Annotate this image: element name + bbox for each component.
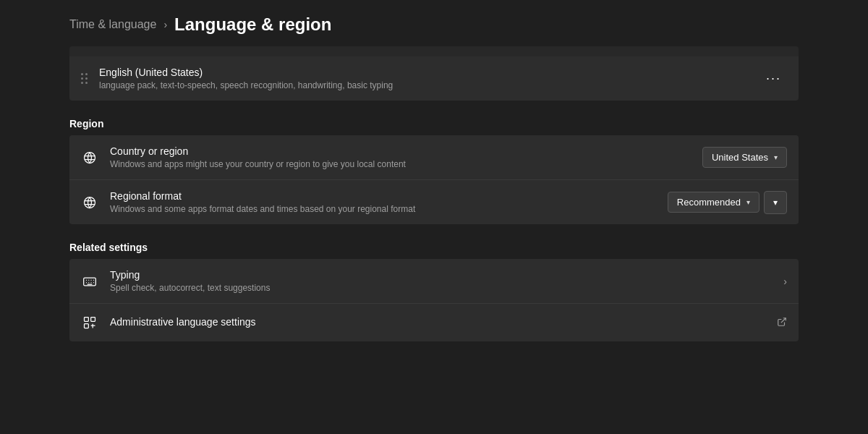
typing-subtitle: Spell check, autocorrect, text suggestio…: [110, 283, 772, 293]
drag-dot: [81, 82, 83, 84]
external-link-icon: [777, 317, 787, 329]
regional-format-desc: Windows and some apps format dates and t…: [110, 204, 656, 214]
regional-format-info: Regional format Windows and some apps fo…: [110, 190, 656, 214]
chevron-down-icon: ▾: [746, 198, 750, 206]
admin-language-title: Administrative language settings: [110, 316, 765, 328]
country-region-row: Country or region Windows and apps might…: [69, 135, 799, 180]
admin-language-info: Administrative language settings: [110, 316, 765, 330]
language-more-button[interactable]: ···: [760, 68, 787, 89]
regional-format-value: Recommended: [677, 197, 741, 208]
keyboard-icon: [81, 273, 98, 290]
country-region-dropdown[interactable]: United States ▾: [702, 147, 787, 168]
chevron-down-icon: ▾: [773, 197, 778, 208]
svg-point-1: [85, 197, 95, 208]
country-region-info: Country or region Windows and apps might…: [110, 145, 691, 169]
breadcrumb-arrow: ›: [163, 19, 167, 30]
svg-line-6: [781, 318, 786, 322]
country-region-value: United States: [712, 152, 768, 163]
svg-rect-4: [91, 318, 95, 322]
typing-info: Typing Spell check, autocorrect, text su…: [110, 269, 772, 293]
regional-format-row: Regional format Windows and some apps fo…: [69, 180, 799, 224]
chevron-down-icon: ▾: [774, 153, 778, 161]
regional-format-icon: [81, 194, 98, 211]
country-region-desc: Windows and apps might use your country …: [110, 159, 691, 169]
region-section-label: Region: [69, 118, 799, 129]
related-settings-section-label: Related settings: [69, 242, 799, 253]
drag-dot: [85, 77, 88, 80]
breadcrumb-parent[interactable]: Time & language: [69, 18, 156, 31]
language-name: English (United States): [99, 67, 749, 78]
typing-row[interactable]: Typing Spell check, autocorrect, text su…: [69, 259, 799, 304]
globe-icon: [81, 149, 98, 166]
svg-rect-5: [85, 324, 89, 328]
admin-language-icon: [81, 314, 98, 331]
page-title: Language & region: [174, 14, 331, 35]
language-row-partial: [69, 46, 799, 56]
chevron-right-icon: ›: [783, 276, 787, 287]
admin-language-row[interactable]: Administrative language settings: [69, 304, 799, 341]
drag-dot: [81, 73, 83, 75]
language-item-english: English (United States) language pack, t…: [69, 56, 799, 101]
related-settings-group: Typing Spell check, autocorrect, text su…: [69, 259, 799, 341]
drag-dot: [85, 73, 88, 75]
svg-rect-3: [85, 318, 89, 322]
regional-format-title: Regional format: [110, 190, 656, 202]
regional-format-controls: Recommended ▾ ▾: [668, 191, 787, 214]
language-info: English (United States) language pack, t…: [99, 67, 749, 90]
content-area: English (United States) language pack, t…: [0, 46, 868, 341]
drag-handle[interactable]: [81, 73, 88, 84]
svg-point-0: [85, 152, 95, 163]
page-header: Time & language › Language & region: [0, 0, 868, 46]
typing-title: Typing: [110, 269, 772, 281]
drag-dot: [81, 77, 83, 80]
drag-dot: [85, 82, 88, 84]
regional-format-expand-button[interactable]: ▾: [764, 191, 787, 214]
regional-format-dropdown[interactable]: Recommended ▾: [668, 192, 760, 213]
language-features: language pack, text-to-speech, speech re…: [99, 80, 749, 90]
country-region-title: Country or region: [110, 145, 691, 157]
region-settings-group: Country or region Windows and apps might…: [69, 135, 799, 224]
